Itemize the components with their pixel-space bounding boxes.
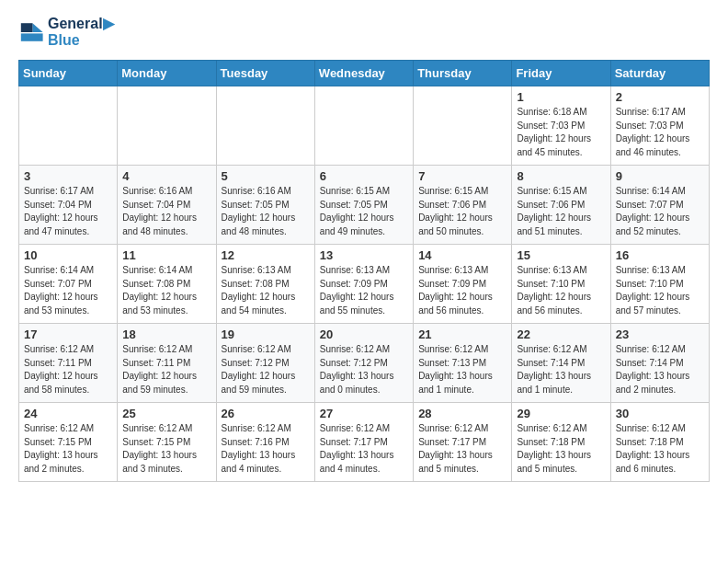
day-info: Sunrise: 6:12 AM Sunset: 7:15 PM Dayligh…: [24, 422, 112, 476]
calendar-header-saturday: Saturday: [610, 61, 709, 86]
calendar-cell: 1Sunrise: 6:18 AM Sunset: 7:03 PM Daylig…: [512, 86, 610, 166]
day-number: 5: [222, 169, 310, 183]
day-number: 10: [24, 248, 112, 262]
day-number: 19: [222, 327, 310, 341]
calendar-cell: 7Sunrise: 6:15 AM Sunset: 7:06 PM Daylig…: [414, 166, 512, 245]
calendar-cell: 3Sunrise: 6:17 AM Sunset: 7:04 PM Daylig…: [19, 166, 118, 245]
calendar-header-wednesday: Wednesday: [314, 61, 413, 86]
calendar-cell: 13Sunrise: 6:13 AM Sunset: 7:09 PM Dayli…: [314, 245, 413, 324]
calendar-cell: 2Sunrise: 6:17 AM Sunset: 7:03 PM Daylig…: [610, 86, 709, 166]
day-info: Sunrise: 6:12 AM Sunset: 7:16 PM Dayligh…: [222, 422, 310, 476]
day-info: Sunrise: 6:17 AM Sunset: 7:03 PM Dayligh…: [616, 106, 704, 159]
day-number: 2: [616, 90, 704, 104]
calendar-header-thursday: Thursday: [414, 61, 512, 86]
calendar-cell: [314, 86, 413, 166]
calendar-cell: [216, 86, 314, 166]
page: General▶ Blue SundayMondayTuesdayWednesd…: [0, 0, 728, 497]
calendar-cell: 24Sunrise: 6:12 AM Sunset: 7:15 PM Dayli…: [19, 403, 118, 482]
day-info: Sunrise: 6:12 AM Sunset: 7:17 PM Dayligh…: [320, 422, 408, 476]
svg-rect-3: [21, 33, 43, 40]
day-info: Sunrise: 6:15 AM Sunset: 7:06 PM Dayligh…: [517, 185, 605, 238]
day-number: 6: [320, 169, 408, 183]
calendar-cell: 9Sunrise: 6:14 AM Sunset: 7:07 PM Daylig…: [610, 166, 709, 245]
calendar-cell: 26Sunrise: 6:12 AM Sunset: 7:16 PM Dayli…: [216, 403, 314, 482]
day-number: 17: [24, 327, 112, 341]
day-info: Sunrise: 6:14 AM Sunset: 7:07 PM Dayligh…: [616, 185, 704, 238]
calendar-cell: 23Sunrise: 6:12 AM Sunset: 7:14 PM Dayli…: [610, 324, 709, 403]
day-number: 12: [222, 248, 310, 262]
day-number: 25: [122, 407, 210, 420]
calendar-cell: 25Sunrise: 6:12 AM Sunset: 7:15 PM Dayli…: [118, 403, 216, 482]
day-info: Sunrise: 6:12 AM Sunset: 7:12 PM Dayligh…: [222, 343, 310, 396]
day-info: Sunrise: 6:14 AM Sunset: 7:08 PM Dayligh…: [122, 264, 210, 317]
day-number: 23: [616, 327, 704, 341]
day-number: 28: [418, 407, 506, 420]
day-info: Sunrise: 6:12 AM Sunset: 7:14 PM Dayligh…: [517, 343, 605, 396]
day-number: 18: [122, 327, 210, 341]
header: General▶ Blue: [18, 15, 710, 49]
calendar-cell: 28Sunrise: 6:12 AM Sunset: 7:17 PM Dayli…: [414, 403, 512, 482]
day-number: 1: [517, 90, 605, 104]
calendar-cell: [414, 86, 512, 166]
calendar-cell: 5Sunrise: 6:16 AM Sunset: 7:05 PM Daylig…: [216, 166, 314, 245]
day-info: Sunrise: 6:12 AM Sunset: 7:17 PM Dayligh…: [418, 422, 506, 476]
calendar-cell: 10Sunrise: 6:14 AM Sunset: 7:07 PM Dayli…: [19, 245, 118, 324]
calendar-cell: 15Sunrise: 6:13 AM Sunset: 7:10 PM Dayli…: [512, 245, 610, 324]
calendar-week-3: 10Sunrise: 6:14 AM Sunset: 7:07 PM Dayli…: [19, 245, 710, 324]
day-number: 14: [418, 248, 506, 262]
calendar-week-2: 3Sunrise: 6:17 AM Sunset: 7:04 PM Daylig…: [19, 166, 710, 245]
calendar-week-1: 1Sunrise: 6:18 AM Sunset: 7:03 PM Daylig…: [19, 86, 710, 166]
calendar-header-tuesday: Tuesday: [216, 61, 314, 86]
day-info: Sunrise: 6:12 AM Sunset: 7:13 PM Dayligh…: [418, 343, 506, 396]
day-info: Sunrise: 6:16 AM Sunset: 7:05 PM Dayligh…: [222, 185, 310, 238]
calendar-cell: 19Sunrise: 6:12 AM Sunset: 7:12 PM Dayli…: [216, 324, 314, 403]
day-info: Sunrise: 6:15 AM Sunset: 7:06 PM Dayligh…: [418, 185, 506, 238]
calendar-cell: 4Sunrise: 6:16 AM Sunset: 7:04 PM Daylig…: [118, 166, 216, 245]
calendar-cell: 21Sunrise: 6:12 AM Sunset: 7:13 PM Dayli…: [414, 324, 512, 403]
day-info: Sunrise: 6:17 AM Sunset: 7:04 PM Dayligh…: [24, 185, 112, 238]
calendar-cell: 30Sunrise: 6:12 AM Sunset: 7:18 PM Dayli…: [610, 403, 709, 482]
calendar-cell: 29Sunrise: 6:12 AM Sunset: 7:18 PM Dayli…: [512, 403, 610, 482]
day-info: Sunrise: 6:16 AM Sunset: 7:04 PM Dayligh…: [122, 185, 210, 238]
calendar-header-monday: Monday: [118, 61, 216, 86]
day-number: 3: [24, 169, 112, 183]
calendar-cell: [118, 86, 216, 166]
calendar-header-row: SundayMondayTuesdayWednesdayThursdayFrid…: [19, 61, 710, 86]
day-info: Sunrise: 6:12 AM Sunset: 7:11 PM Dayligh…: [122, 343, 210, 396]
calendar-cell: 27Sunrise: 6:12 AM Sunset: 7:17 PM Dayli…: [314, 403, 413, 482]
day-number: 9: [616, 169, 704, 183]
day-info: Sunrise: 6:18 AM Sunset: 7:03 PM Dayligh…: [517, 106, 605, 159]
calendar-cell: 18Sunrise: 6:12 AM Sunset: 7:11 PM Dayli…: [118, 324, 216, 403]
day-number: 16: [616, 248, 704, 262]
svg-rect-2: [21, 23, 33, 32]
day-number: 24: [24, 407, 112, 420]
day-number: 29: [517, 407, 605, 420]
calendar-header-friday: Friday: [512, 61, 610, 86]
day-number: 13: [320, 248, 408, 262]
day-info: Sunrise: 6:13 AM Sunset: 7:09 PM Dayligh…: [320, 264, 408, 317]
day-info: Sunrise: 6:12 AM Sunset: 7:18 PM Dayligh…: [517, 422, 605, 476]
calendar-cell: 17Sunrise: 6:12 AM Sunset: 7:11 PM Dayli…: [19, 324, 118, 403]
day-info: Sunrise: 6:13 AM Sunset: 7:08 PM Dayligh…: [222, 264, 310, 317]
calendar-cell: 16Sunrise: 6:13 AM Sunset: 7:10 PM Dayli…: [610, 245, 709, 324]
day-number: 15: [517, 248, 605, 262]
day-number: 4: [122, 169, 210, 183]
day-number: 26: [222, 407, 310, 420]
day-info: Sunrise: 6:15 AM Sunset: 7:05 PM Dayligh…: [320, 185, 408, 238]
day-number: 27: [320, 407, 408, 420]
day-number: 8: [517, 169, 605, 183]
calendar-cell: 22Sunrise: 6:12 AM Sunset: 7:14 PM Dayli…: [512, 324, 610, 403]
day-number: 21: [418, 327, 506, 341]
day-info: Sunrise: 6:13 AM Sunset: 7:09 PM Dayligh…: [418, 264, 506, 317]
day-number: 11: [122, 248, 210, 262]
calendar-week-5: 24Sunrise: 6:12 AM Sunset: 7:15 PM Dayli…: [19, 403, 710, 482]
logo-icon: [18, 19, 44, 45]
day-info: Sunrise: 6:13 AM Sunset: 7:10 PM Dayligh…: [616, 264, 704, 317]
day-number: 7: [418, 169, 506, 183]
calendar-header-sunday: Sunday: [19, 61, 118, 86]
day-info: Sunrise: 6:13 AM Sunset: 7:10 PM Dayligh…: [517, 264, 605, 317]
calendar-week-4: 17Sunrise: 6:12 AM Sunset: 7:11 PM Dayli…: [19, 324, 710, 403]
day-info: Sunrise: 6:14 AM Sunset: 7:07 PM Dayligh…: [24, 264, 112, 317]
calendar-cell: 8Sunrise: 6:15 AM Sunset: 7:06 PM Daylig…: [512, 166, 610, 245]
calendar-cell: [19, 86, 118, 166]
